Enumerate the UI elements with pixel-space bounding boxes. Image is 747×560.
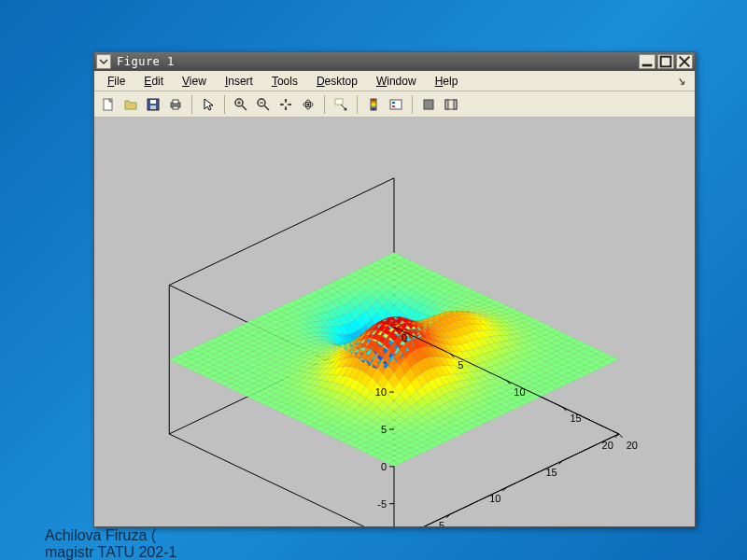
colorbar-button[interactable] bbox=[363, 94, 384, 115]
svg-text:20: 20 bbox=[602, 440, 613, 451]
pointer-button[interactable] bbox=[198, 94, 218, 115]
figure-window: Figure 1 File Edit View Insert Tools Des… bbox=[93, 51, 696, 527]
svg-rect-24 bbox=[371, 99, 376, 110]
svg-point-20 bbox=[307, 103, 310, 105]
svg-text:5: 5 bbox=[381, 424, 387, 435]
svg-line-1667 bbox=[619, 434, 623, 438]
svg-text:10: 10 bbox=[514, 386, 525, 398]
svg-text:-5: -5 bbox=[377, 498, 387, 510]
print-button[interactable] bbox=[165, 94, 186, 115]
data-cursor-button[interactable] bbox=[331, 94, 351, 115]
svg-text:20: 20 bbox=[627, 440, 638, 451]
open-button[interactable] bbox=[120, 94, 141, 115]
toolbar bbox=[94, 91, 695, 118]
svg-rect-7 bbox=[150, 105, 156, 109]
svg-text:15: 15 bbox=[545, 467, 557, 478]
legend-button[interactable] bbox=[386, 94, 406, 115]
menu-edit[interactable]: Edit bbox=[136, 73, 171, 90]
toolbar-separator bbox=[191, 95, 192, 114]
minimize-button[interactable] bbox=[639, 54, 655, 69]
close-button[interactable] bbox=[676, 54, 693, 69]
toolbar-separator bbox=[224, 95, 225, 114]
axes-3d[interactable]: -10-505100510152005101520 bbox=[94, 118, 695, 526]
menu-window[interactable]: Window bbox=[369, 73, 424, 90]
svg-text:10: 10 bbox=[375, 386, 387, 398]
menu-insert[interactable]: Insert bbox=[218, 73, 261, 90]
caption-line1: Achilova Firuza ( bbox=[45, 527, 176, 544]
svg-rect-31 bbox=[454, 100, 457, 109]
system-menu-icon[interactable] bbox=[96, 54, 111, 69]
caption-line2: magistr TATU 202-1 bbox=[45, 544, 176, 560]
toolbar-separator bbox=[412, 95, 413, 114]
menu-tools[interactable]: Tools bbox=[264, 73, 305, 90]
slide-caption: Achilova Firuza ( magistr TATU 202-1 bbox=[45, 527, 176, 560]
svg-text:10: 10 bbox=[489, 493, 500, 504]
zoom-in-button[interactable] bbox=[231, 94, 251, 115]
svg-point-23 bbox=[345, 107, 347, 110]
titlebar[interactable]: Figure 1 bbox=[94, 52, 695, 71]
svg-text:5: 5 bbox=[458, 359, 463, 371]
rotate-button[interactable] bbox=[298, 94, 318, 115]
svg-line-12 bbox=[242, 105, 247, 110]
pan-button[interactable] bbox=[275, 94, 296, 115]
menu-desktop[interactable]: Desktop bbox=[309, 73, 365, 90]
save-button[interactable] bbox=[143, 94, 163, 115]
menu-view[interactable]: View bbox=[175, 73, 214, 90]
maximize-button[interactable] bbox=[657, 54, 674, 69]
svg-rect-10 bbox=[173, 106, 178, 109]
svg-rect-6 bbox=[150, 100, 156, 104]
zoom-out-button[interactable] bbox=[253, 94, 274, 115]
svg-rect-25 bbox=[390, 100, 402, 109]
svg-rect-30 bbox=[445, 100, 448, 109]
svg-rect-9 bbox=[173, 100, 178, 104]
window-title: Figure 1 bbox=[115, 55, 637, 68]
new-figure-button[interactable] bbox=[98, 94, 119, 115]
svg-text:15: 15 bbox=[571, 413, 582, 424]
svg-rect-0 bbox=[642, 64, 653, 67]
toolbar-separator bbox=[324, 95, 325, 114]
toolbar-separator bbox=[357, 95, 358, 114]
svg-text:5: 5 bbox=[439, 520, 444, 526]
dock-arrow-icon[interactable]: ↘ bbox=[676, 75, 689, 88]
svg-rect-28 bbox=[424, 100, 433, 109]
svg-text:0: 0 bbox=[381, 461, 387, 472]
svg-line-16 bbox=[264, 105, 269, 110]
svg-rect-21 bbox=[335, 99, 343, 105]
menu-help[interactable]: Help bbox=[428, 73, 466, 90]
svg-rect-1 bbox=[661, 57, 671, 67]
svg-text:0: 0 bbox=[402, 332, 407, 343]
show-plot-tools-button[interactable] bbox=[441, 94, 461, 115]
menubar: File Edit View Insert Tools Desktop Wind… bbox=[94, 71, 695, 91]
menu-file[interactable]: File bbox=[100, 73, 133, 90]
hide-plot-tools-button[interactable] bbox=[418, 94, 439, 115]
